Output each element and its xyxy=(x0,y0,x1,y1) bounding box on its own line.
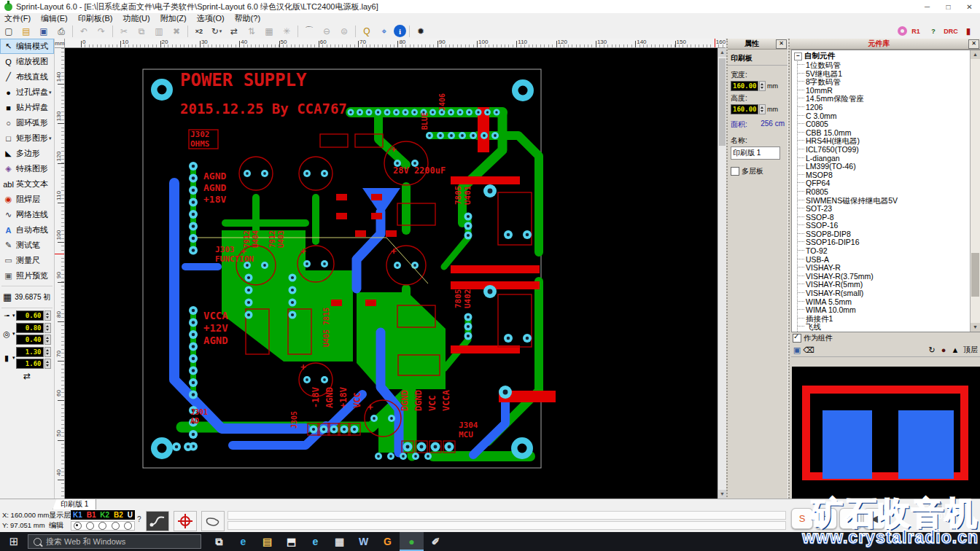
freehand-button[interactable] xyxy=(201,511,225,531)
pad-width-value[interactable]: 1.30 xyxy=(16,347,44,357)
redo-button[interactable]: ↷ xyxy=(93,24,109,39)
library-item-21[interactable]: SSOP16-DIP16 xyxy=(798,238,980,247)
layer-radio-b1[interactable] xyxy=(86,522,94,530)
target-button[interactable] xyxy=(174,511,197,531)
tool-measure[interactable]: ▭测量尺 xyxy=(0,253,54,268)
zoom-button[interactable]: Q xyxy=(359,24,375,39)
close-icon[interactable]: ✕ xyxy=(968,39,979,49)
layer-u[interactable]: U xyxy=(128,511,133,519)
multilayer-checkbox-row[interactable]: 多层板 xyxy=(728,160,788,182)
library-item-20[interactable]: SSOP8-DIP8 xyxy=(798,230,980,239)
chevron-down-icon[interactable]: ▾ xyxy=(12,313,15,319)
as-component-checkbox[interactable] xyxy=(793,334,801,343)
menu-item-6[interactable]: 帮助(?) xyxy=(235,13,260,24)
tool-special-shape[interactable]: ◈特殊图形 xyxy=(0,161,54,176)
library-item-29[interactable]: WIMA 10.0mm xyxy=(798,306,980,315)
library-item-0[interactable]: 1位数码管 xyxy=(798,61,980,70)
tool-photo-view[interactable]: ▣照片预览 xyxy=(0,268,54,284)
paste-button[interactable]: ▥ xyxy=(151,24,167,39)
library-item-17[interactable]: SOT-23 xyxy=(798,205,980,214)
lock-button[interactable]: ⊖ xyxy=(319,24,335,39)
library-item-8[interactable]: CBB 15.0mm xyxy=(798,129,980,138)
layer-k2[interactable]: K2 xyxy=(100,511,109,519)
duplicate-x2-button[interactable]: ×2 xyxy=(191,24,207,39)
pcb-canvas[interactable]: POWER SUPPLY2015.12.25 By CCA767J302OHMS… xyxy=(65,48,718,499)
layer-radio-k1[interactable] xyxy=(74,522,82,530)
library-save-button[interactable]: ▣ xyxy=(791,345,803,355)
library-item-2[interactable]: 8字数码管 xyxy=(798,78,980,87)
library-item-5[interactable]: 1206 xyxy=(798,103,980,112)
new-button[interactable]: ▢ xyxy=(1,24,17,39)
tool-via-pad[interactable]: ●过孔焊盘▾ xyxy=(0,85,54,100)
board-width-value[interactable]: 160.00 xyxy=(731,81,758,91)
menu-item-4[interactable]: 附加(Z) xyxy=(160,13,187,24)
chevron-down-icon[interactable]: ▾ xyxy=(49,90,52,95)
calculator-icon[interactable]: ▦ xyxy=(327,532,351,551)
library-item-1[interactable]: 5V继电器1 xyxy=(798,70,980,79)
board-height-spinner[interactable] xyxy=(759,104,766,114)
library-item-25[interactable]: VISHAY-R(3.75mm) xyxy=(798,273,980,281)
layer-radio-b2[interactable] xyxy=(112,522,120,530)
library-item-13[interactable]: MSOP8 xyxy=(798,171,980,180)
paint-app-icon[interactable]: ✐ xyxy=(424,532,448,551)
solder-side-button[interactable] xyxy=(898,26,907,36)
info-button[interactable]: i xyxy=(394,25,406,37)
multilayer-checkbox[interactable] xyxy=(731,167,739,176)
mirror-h-button[interactable]: ⇄ xyxy=(226,24,242,39)
photoplot-button[interactable]: ✹ xyxy=(413,24,429,39)
connections-button[interactable]: ⌒ xyxy=(301,24,317,39)
layer-b1[interactable]: B1 xyxy=(87,511,96,519)
tool-test-pen[interactable]: ✎测试笔 xyxy=(0,238,54,253)
via-outer-value[interactable]: 0.80 xyxy=(16,323,44,333)
redboard-button[interactable]: ▮ xyxy=(960,24,976,39)
layer-help[interactable]: ? xyxy=(137,515,141,523)
library-layer-button[interactable]: ▲ xyxy=(949,345,961,354)
tool-smd-pad[interactable]: ■贴片焊盘 xyxy=(0,100,54,115)
g-app-icon[interactable]: G xyxy=(376,532,400,551)
library-item-27[interactable]: VISHAY-R(small) xyxy=(798,289,980,298)
track-width-spinner[interactable] xyxy=(44,310,51,321)
board-height-value[interactable]: 160.00 xyxy=(731,104,758,114)
library-item-6[interactable]: C 3.0mm xyxy=(798,112,980,121)
start-button[interactable]: ⊞ xyxy=(0,532,28,551)
chevron-down-icon[interactable]: ▾ xyxy=(12,331,15,337)
ime-moon-button[interactable]: ☾ xyxy=(839,508,861,529)
layer-radio-u[interactable] xyxy=(124,522,132,530)
pad-height-value[interactable]: 1.60 xyxy=(16,359,44,369)
library-list[interactable]: − 自制元件 1位数码管5V继电器18字数码管10mmR14.5mm保险管座12… xyxy=(791,50,980,332)
layer-indicator[interactable]: K1B1K2B2U xyxy=(71,510,135,520)
taskbar-search[interactable]: 搜索 Web 和 Windows xyxy=(28,534,201,549)
query-button[interactable]: ? xyxy=(925,24,941,39)
edge-icon[interactable]: e xyxy=(231,532,255,551)
r1-button[interactable]: R1 xyxy=(908,24,924,39)
chevron-down-icon[interactable]: ▾ xyxy=(49,136,52,141)
board-tab[interactable]: 印刷版 1 xyxy=(52,499,96,510)
close-button[interactable]: ✕ xyxy=(959,1,980,13)
file-explorer-icon[interactable]: ▤ xyxy=(255,532,279,551)
library-pad-mode-button[interactable]: ● xyxy=(938,345,949,354)
cut-button[interactable]: ✂ xyxy=(116,24,132,39)
library-item-32[interactable]: 飞线5.0mm xyxy=(798,332,980,332)
library-item-3[interactable]: 10mmR xyxy=(798,87,980,95)
drc-button[interactable]: DRC xyxy=(943,24,959,39)
library-item-24[interactable]: VISHAY-R xyxy=(798,264,980,273)
scroll-down-arrow[interactable]: ▼ xyxy=(971,323,980,332)
track-width-control[interactable]: ╼ ▾ 0.60 xyxy=(1,310,53,321)
menu-item-1[interactable]: 编辑(E) xyxy=(41,13,68,24)
menu-item-5[interactable]: 选项(O) xyxy=(197,13,225,24)
ime-lang-button[interactable]: 中 xyxy=(815,508,837,529)
ime-collapse-button[interactable]: ◀ xyxy=(863,508,885,529)
tool-autoroute[interactable]: A自动布线 xyxy=(0,222,54,238)
library-item-22[interactable]: TO-92 xyxy=(798,247,980,256)
sprint-layout-icon[interactable]: ● xyxy=(400,532,424,551)
scroll-thumb[interactable] xyxy=(971,253,979,297)
task-view-button[interactable]: ⧉ xyxy=(207,532,231,551)
unlock-button[interactable]: ⊜ xyxy=(336,24,352,39)
scroll-thumb[interactable] xyxy=(719,58,726,146)
group-button[interactable]: ▦ xyxy=(261,24,277,39)
trace-mode-button[interactable] xyxy=(146,511,169,531)
library-item-10[interactable]: ICL7650(TO99) xyxy=(798,146,980,155)
word-icon[interactable]: W xyxy=(351,532,376,551)
library-item-18[interactable]: SSOP-8 xyxy=(798,214,980,222)
layer-radio-k2[interactable] xyxy=(98,522,106,530)
